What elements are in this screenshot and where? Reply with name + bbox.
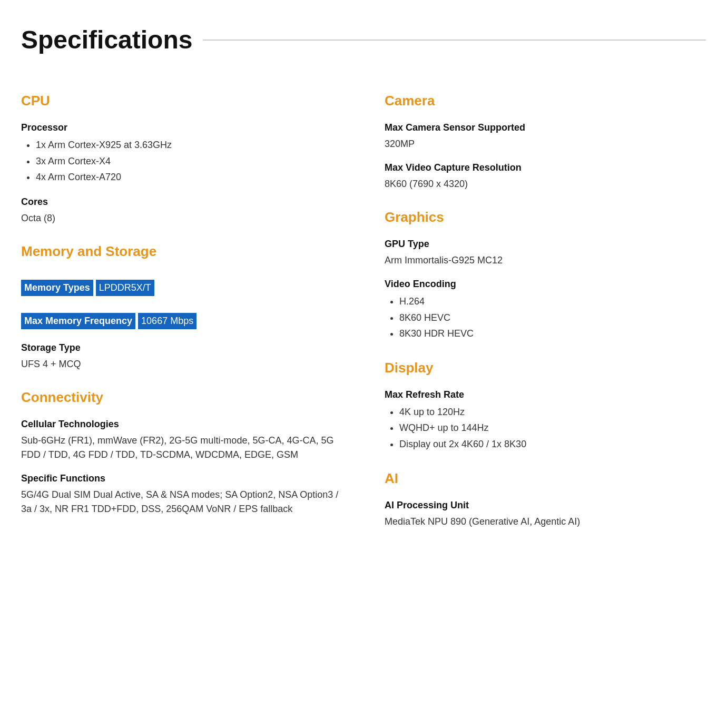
- specific-label: Specific Functions: [21, 471, 342, 486]
- list-item: 8K30 HDR HEVC: [399, 326, 706, 342]
- storage-type-value: UFS 4 + MCQ: [21, 357, 342, 371]
- section-memory: Memory and Storage: [21, 241, 342, 262]
- memory-types-value: LPDDR5X/T: [96, 280, 154, 296]
- memory-types-label: Memory Types: [21, 280, 93, 296]
- memory-types-block: Memory Types LPDDR5X/T: [21, 270, 342, 298]
- storage-type-block: Storage Type UFS 4 + MCQ: [21, 341, 342, 371]
- encoding-label: Video Encoding: [385, 277, 706, 291]
- list-item: 1x Arm Cortex-X925 at 3.63GHz: [36, 137, 342, 153]
- refresh-list: 4K up to 120Hz WQHD+ up to 144Hz Display…: [385, 404, 706, 452]
- specific-value: 5G/4G Dual SIM Dual Active, SA & NSA mod…: [21, 488, 342, 516]
- video-res-block: Max Video Capture Resolution 8K60 (7690 …: [385, 161, 706, 191]
- max-freq-block: Max Memory Frequency 10667 Mbps: [21, 303, 342, 331]
- section-ai: AI: [385, 468, 706, 489]
- cores-block: Cores Octa (8): [21, 195, 342, 225]
- sensor-label: Max Camera Sensor Supported: [385, 121, 706, 135]
- list-item: WQHD+ up to 144Hz: [399, 420, 706, 436]
- section-cpu: CPU: [21, 91, 342, 111]
- cellular-block: Cellular Technologies Sub-6GHz (FR1), mm…: [21, 417, 342, 462]
- specific-functions-block: Specific Functions 5G/4G Dual SIM Dual A…: [21, 471, 342, 516]
- section-connectivity: Connectivity: [21, 387, 342, 408]
- page-title: Specifications: [21, 21, 706, 59]
- storage-type-label: Storage Type: [21, 341, 342, 355]
- cores-value: Octa (8): [21, 211, 342, 225]
- processor-block: Processor 1x Arm Cortex-X925 at 3.63GHz …: [21, 121, 342, 185]
- section-display: Display: [385, 358, 706, 378]
- processor-label: Processor: [21, 121, 342, 135]
- gpu-block: GPU Type Arm Immortalis-G925 MC12: [385, 237, 706, 268]
- ai-unit-label: AI Processing Unit: [385, 498, 706, 513]
- sensor-value: 320MP: [385, 137, 706, 151]
- section-camera: Camera: [385, 91, 706, 111]
- list-item: 4x Arm Cortex-A720: [36, 169, 342, 185]
- gpu-label: GPU Type: [385, 237, 706, 251]
- cores-label: Cores: [21, 195, 342, 209]
- list-item: H.264: [399, 293, 706, 310]
- list-item: 8K60 HEVC: [399, 310, 706, 326]
- right-column: Camera Max Camera Sensor Supported 320MP…: [385, 75, 706, 534]
- sensor-block: Max Camera Sensor Supported 320MP: [385, 121, 706, 151]
- cellular-label: Cellular Technologies: [21, 417, 342, 431]
- video-res-label: Max Video Capture Resolution: [385, 161, 706, 175]
- section-graphics: Graphics: [385, 207, 706, 228]
- encoding-list: H.264 8K60 HEVC 8K30 HDR HEVC: [385, 293, 706, 342]
- left-column: CPU Processor 1x Arm Cortex-X925 at 3.63…: [21, 75, 342, 534]
- processor-list: 1x Arm Cortex-X925 at 3.63GHz 3x Arm Cor…: [21, 137, 342, 185]
- list-item: Display out 2x 4K60 / 1x 8K30: [399, 436, 706, 452]
- gpu-value: Arm Immortalis-G925 MC12: [385, 253, 706, 268]
- ai-unit-value: MediaTek NPU 890 (Generative AI, Agentic…: [385, 515, 706, 529]
- max-freq-value: 10667 Mbps: [138, 313, 197, 329]
- refresh-block: Max Refresh Rate 4K up to 120Hz WQHD+ up…: [385, 388, 706, 452]
- max-freq-label: Max Memory Frequency: [21, 313, 135, 329]
- video-res-value: 8K60 (7690 x 4320): [385, 177, 706, 191]
- list-item: 3x Arm Cortex-X4: [36, 153, 342, 170]
- refresh-label: Max Refresh Rate: [385, 388, 706, 402]
- list-item: 4K up to 120Hz: [399, 404, 706, 420]
- ai-unit-block: AI Processing Unit MediaTek NPU 890 (Gen…: [385, 498, 706, 529]
- cellular-value: Sub-6GHz (FR1), mmWave (FR2), 2G-5G mult…: [21, 434, 342, 462]
- encoding-block: Video Encoding H.264 8K60 HEVC 8K30 HDR …: [385, 277, 706, 342]
